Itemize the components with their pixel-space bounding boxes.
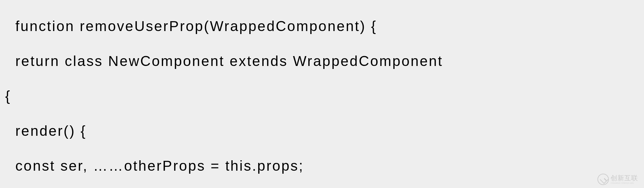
watermark-sub-text: CHUANG XINHULIAN xyxy=(611,182,638,184)
code-line: function removeUserProp(WrappedComponent… xyxy=(0,18,644,35)
watermark-logo-icon xyxy=(597,174,609,185)
code-block: function removeUserProp(WrappedComponent… xyxy=(0,0,644,188)
code-line: return class NewComponent extends Wrappe… xyxy=(0,53,644,70)
code-line: { xyxy=(0,87,644,105)
watermark-text: 创新互联 CHUANG XINHULIAN xyxy=(611,175,638,184)
watermark-main-text: 创新互联 xyxy=(611,175,638,181)
code-line: const ser, ……otherProps = this.props; xyxy=(0,157,644,175)
watermark: 创新互联 CHUANG XINHULIAN xyxy=(597,174,638,185)
code-line: render() { xyxy=(0,122,644,140)
